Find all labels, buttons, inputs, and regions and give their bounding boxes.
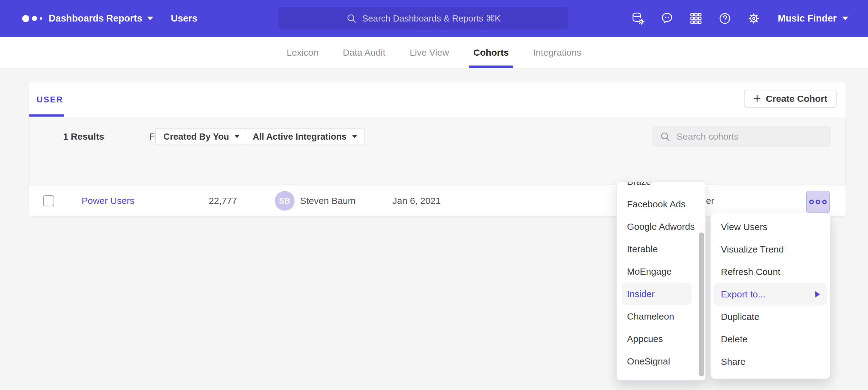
menu-item-braze[interactable]: Braze	[617, 182, 706, 193]
chevron-down-icon	[235, 135, 240, 138]
nav-utility-cluster: Music Finder	[631, 0, 848, 37]
tab-lexicon[interactable]: Lexicon	[286, 37, 318, 68]
created-by-value: Steven Baum	[300, 185, 355, 217]
nav-users-label: Users	[171, 13, 197, 24]
cohorts-card: USER + Create Cohort 1 Results Filter by…	[29, 82, 845, 216]
tab-data-audit[interactable]: Data Audit	[343, 37, 385, 68]
menu-item-export-to[interactable]: Export to...	[714, 283, 827, 305]
menu-item-chameleon[interactable]: Chameleon	[617, 305, 706, 328]
search-cohorts-input[interactable]	[652, 126, 831, 147]
search-icon	[660, 131, 671, 142]
menu-item-visualize-trend[interactable]: Visualize Trend	[711, 238, 830, 261]
menu-item-refresh-count[interactable]: Refresh Count	[711, 261, 830, 283]
nav-users[interactable]: Users	[171, 0, 197, 37]
cohort-count: 22,777	[185, 185, 237, 217]
menu-item-onesignal[interactable]: OneSignal	[617, 350, 706, 372]
nav-dashboards-label: Dashboards	[49, 13, 104, 24]
menu-item-google-adwords[interactable]: Google Adwords	[617, 215, 706, 238]
settings-icon[interactable]	[747, 12, 761, 25]
mixpanel-logo-icon[interactable]	[22, 0, 42, 37]
search-cohorts-field	[652, 126, 831, 147]
menu-item-iterable[interactable]: Iterable	[617, 238, 706, 260]
top-nav: Dashboards Reports Users Search Dashboar…	[0, 0, 868, 37]
created-by-filter-dropdown[interactable]: Created By You	[155, 128, 247, 145]
tab-cohorts[interactable]: Cohorts	[473, 37, 509, 68]
create-cohort-button[interactable]: + Create Cohort	[744, 90, 837, 108]
nav-reports-label: Reports	[106, 13, 142, 24]
apps-grid-icon[interactable]	[689, 12, 703, 25]
tab-user-cohorts[interactable]: USER	[37, 95, 63, 105]
avatar: SB	[275, 191, 294, 211]
data-management-icon[interactable]	[631, 12, 645, 25]
tab-live-view[interactable]: Live View	[410, 37, 449, 68]
active-tab-underline	[29, 115, 64, 117]
scrollbar-thumb[interactable]	[699, 232, 704, 377]
menu-item-delete[interactable]: Delete	[711, 328, 830, 350]
nav-reports[interactable]: Reports	[106, 0, 153, 37]
last-modified-value: Jan 6, 2021	[393, 185, 441, 217]
row-actions-button[interactable]	[806, 191, 830, 213]
dot-icon	[822, 200, 827, 204]
dot-icon	[816, 200, 820, 204]
table-toolbar-area: 1 Results Filter by Created By You All A…	[29, 117, 845, 185]
search-icon	[346, 13, 357, 24]
project-switcher[interactable]: Music Finder	[778, 13, 848, 24]
nav-dashboards[interactable]: Dashboards	[49, 0, 104, 37]
help-icon[interactable]	[718, 12, 732, 25]
dot-icon	[809, 200, 814, 204]
menu-item-view-users[interactable]: View Users	[711, 216, 830, 238]
chevron-down-icon	[147, 17, 153, 20]
divider	[134, 130, 134, 143]
export-targets-menu: Braze Facebook Ads Google Adwords Iterab…	[617, 182, 706, 381]
global-search-placeholder: Search Dashboards & Reports ⌘K	[362, 13, 501, 24]
submenu-arrow-icon	[815, 291, 820, 297]
tab-integrations[interactable]: Integrations	[533, 37, 582, 68]
menu-item-facebook-ads[interactable]: Facebook Ads	[617, 193, 706, 215]
table-row: Power Users 22,777 SB Steven Baum Jan 6,…	[29, 185, 845, 216]
project-name: Music Finder	[778, 13, 837, 24]
cohort-name-link[interactable]: Power Users	[82, 196, 134, 206]
integrations-filter-dropdown[interactable]: All Active Integrations	[245, 128, 365, 145]
cohorts-page: Dashboards Reports Users Search Dashboar…	[0, 0, 868, 390]
menu-item-moengage[interactable]: MoEngage	[617, 260, 706, 283]
menu-item-duplicate[interactable]: Duplicate	[711, 305, 830, 328]
feedback-icon[interactable]	[660, 12, 674, 25]
menu-item-appcues[interactable]: Appcues	[617, 328, 706, 350]
row-actions-menu: View Users Visualize Trend Refresh Count…	[710, 213, 830, 379]
menu-item-share[interactable]: Share	[711, 350, 830, 373]
menu-item-insider[interactable]: Insider	[622, 283, 692, 305]
results-count: 1 Results	[63, 117, 104, 156]
row-checkbox[interactable]	[43, 195, 54, 206]
chevron-down-icon	[842, 17, 848, 20]
data-management-tabs: Lexicon Data Audit Live View Cohorts Int…	[0, 37, 868, 68]
global-search-bar[interactable]: Search Dashboards & Reports ⌘K	[279, 7, 568, 30]
chevron-down-icon	[352, 135, 357, 138]
